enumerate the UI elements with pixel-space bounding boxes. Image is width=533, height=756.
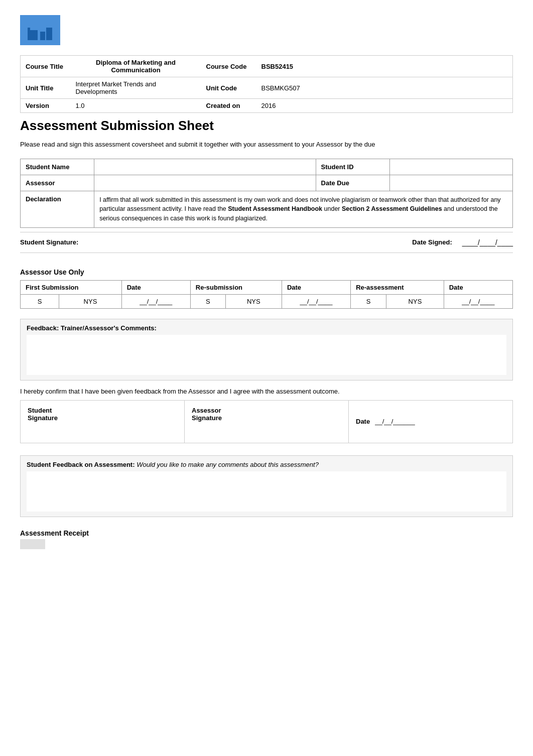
- first-nys: NYS: [59, 294, 121, 308]
- assessor-use-only-title: Assessor Use Only: [20, 268, 513, 276]
- feedback-body[interactable]: [27, 335, 506, 375]
- student-feedback-body[interactable]: [27, 471, 506, 512]
- date-due-label: Date Due: [316, 175, 389, 191]
- assessor-sig-cell: Assessor Signature: [185, 401, 349, 443]
- declaration-text-p2: under: [322, 205, 342, 212]
- created-on-value: 2016: [256, 99, 513, 113]
- svg-marker-4: [43, 23, 53, 28]
- course-code-value: BSB52415: [256, 56, 513, 77]
- version-label: Version: [21, 99, 71, 113]
- logo-area: [20, 15, 513, 45]
- confirm-text: I hereby confirm that I have been given …: [20, 388, 513, 395]
- assessor-sig-value[interactable]: [192, 422, 341, 437]
- submission-table: First Submission Date Re-submission Date…: [20, 280, 513, 309]
- feedback-section: Feedback: Trainer/Assessor's Comments:: [20, 319, 513, 381]
- student-feedback-prompt: Would you like to make any comments abou…: [137, 461, 319, 468]
- student-id-label: Student ID: [316, 159, 389, 175]
- logo-box: [20, 15, 60, 45]
- reassess-date-value[interactable]: __/__/____: [444, 294, 512, 308]
- date-cell: Date __/__/______: [349, 401, 512, 443]
- unit-code-label: Unit Code: [201, 77, 256, 99]
- svg-rect-2: [40, 32, 45, 40]
- bottom-date-label: Date: [356, 418, 370, 425]
- resub-date-header: Date: [282, 280, 350, 294]
- student-name-label: Student Name: [21, 159, 94, 175]
- student-signature-label: Student Signature:: [20, 238, 100, 246]
- svg-rect-1: [30, 23, 38, 30]
- first-date-value[interactable]: __/__/____: [121, 294, 190, 308]
- assessor-section: Assessor Use Only First Submission Date …: [20, 268, 513, 309]
- declaration-bold1: Student Assessment Handbook: [228, 205, 322, 212]
- page-title: Assessment Submission Sheet: [20, 118, 513, 134]
- unit-title-value: Interpret Market Trends and Developments: [71, 77, 201, 99]
- declaration-label: Declaration: [21, 191, 94, 227]
- student-sig-value[interactable]: [28, 422, 177, 437]
- unit-title-label: Unit Title: [21, 77, 71, 99]
- meta-info-table: Course Title Diploma of Marketing and Co…: [20, 55, 513, 113]
- assessor-label: Assessor: [21, 175, 94, 191]
- reassessment-header: Re-assessment: [351, 280, 444, 294]
- receipt-placeholder: [20, 539, 45, 549]
- declaration-text: I affirm that all work submitted in this…: [94, 191, 513, 227]
- student-name-value[interactable]: [94, 159, 316, 175]
- student-feedback-section: Student Feedback on Assessment: Would yo…: [20, 455, 513, 517]
- intro-text: Please read and sign this assessment cov…: [20, 140, 513, 150]
- first-s: S: [21, 294, 59, 308]
- assessment-receipt: Assessment Receipt: [20, 529, 513, 556]
- reassess-nys: NYS: [386, 294, 444, 308]
- student-sig-label2: Signature: [28, 414, 177, 422]
- date-signed-label: Date Signed:: [412, 238, 452, 246]
- reassess-date-header: Date: [444, 280, 512, 294]
- bottom-signatures: Student Signature Assessor Signature Dat…: [20, 400, 513, 443]
- date-signed-value: ____/____/____: [462, 238, 513, 246]
- feedback-label: Feedback: Trainer/Assessor's Comments:: [27, 324, 157, 332]
- student-sig-cell: Student Signature: [21, 401, 185, 443]
- date-due-value[interactable]: [389, 175, 512, 191]
- course-code-label: Course Code: [201, 56, 256, 77]
- declaration-bold2: Section 2 Assessment Guidelines: [342, 205, 442, 212]
- student-sig-label: Student: [28, 407, 177, 414]
- resubmission-header: Re-submission: [190, 280, 282, 294]
- assessment-receipt-label: Assessment Receipt: [20, 529, 89, 537]
- signature-row: Student Signature: Date Signed: ____/___…: [20, 232, 513, 253]
- resub-s: S: [190, 294, 225, 308]
- first-submission-header: First Submission: [21, 280, 122, 294]
- reassess-s: S: [351, 294, 386, 308]
- created-on-label: Created on: [201, 99, 256, 113]
- version-value: 1.0: [71, 99, 201, 113]
- student-id-value[interactable]: [389, 159, 512, 175]
- first-date-header: Date: [121, 280, 190, 294]
- unit-code-value: BSBMKG507: [256, 77, 513, 99]
- student-form-table: Student Name Student ID Assessor Date Du…: [20, 159, 513, 228]
- student-feedback-label: Student Feedback on Assessment:: [27, 461, 135, 468]
- assessor-sig-label: Assessor: [192, 407, 341, 414]
- course-title-value: Diploma of Marketing and Communication: [71, 56, 201, 77]
- assessor-value[interactable]: [94, 175, 316, 191]
- resub-date-value[interactable]: __/__/____: [282, 294, 350, 308]
- bottom-date-value: __/__/______: [375, 418, 415, 425]
- course-title-label: Course Title: [21, 56, 71, 77]
- assessor-sig-label2: Signature: [192, 414, 341, 422]
- resub-nys: NYS: [225, 294, 282, 308]
